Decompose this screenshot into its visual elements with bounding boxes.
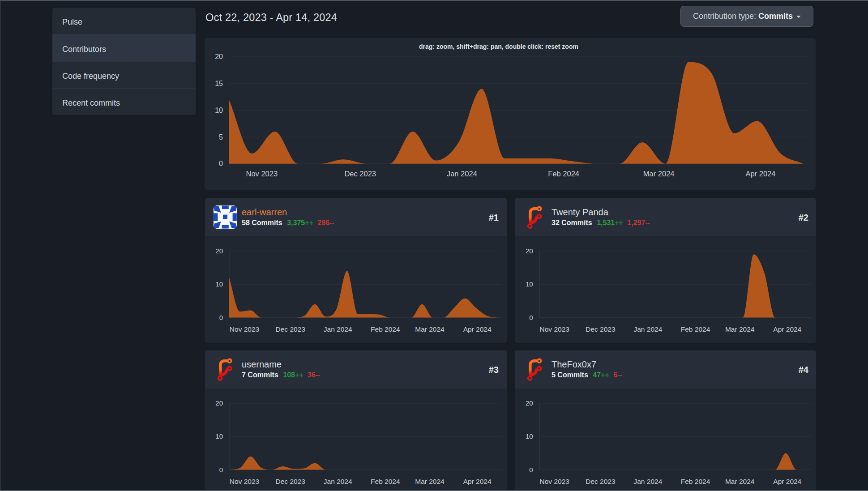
svg-text:Nov 2023: Nov 2023 bbox=[230, 325, 259, 333]
svg-text:Dec 2023: Dec 2023 bbox=[586, 325, 615, 333]
svg-text:10: 10 bbox=[526, 280, 533, 288]
svg-text:Apr 2024: Apr 2024 bbox=[463, 325, 492, 333]
svg-text:0: 0 bbox=[529, 466, 533, 474]
svg-text:0: 0 bbox=[219, 466, 223, 474]
svg-text:Mar 2024: Mar 2024 bbox=[643, 170, 675, 178]
svg-text:Nov 2023: Nov 2023 bbox=[246, 170, 278, 178]
svg-text:Feb 2024: Feb 2024 bbox=[371, 325, 400, 333]
svg-text:15: 15 bbox=[215, 80, 223, 87]
svg-text:0: 0 bbox=[219, 314, 223, 321]
svg-text:Feb 2024: Feb 2024 bbox=[371, 478, 400, 485]
svg-text:Apr 2024: Apr 2024 bbox=[773, 478, 801, 485]
svg-text:Apr 2024: Apr 2024 bbox=[746, 170, 776, 178]
svg-text:20: 20 bbox=[526, 399, 533, 407]
svg-text:Jan 2024: Jan 2024 bbox=[634, 478, 663, 485]
svg-text:Nov 2023: Nov 2023 bbox=[540, 478, 569, 485]
svg-text:Jan 2024: Jan 2024 bbox=[324, 325, 352, 333]
svg-text:Mar 2024: Mar 2024 bbox=[415, 478, 445, 485]
svg-text:Apr 2024: Apr 2024 bbox=[463, 478, 492, 485]
svg-text:20: 20 bbox=[215, 53, 223, 60]
svg-text:Mar 2024: Mar 2024 bbox=[415, 325, 445, 333]
svg-text:5: 5 bbox=[219, 133, 223, 141]
svg-text:Jan 2024: Jan 2024 bbox=[324, 478, 352, 485]
svg-text:Dec 2023: Dec 2023 bbox=[276, 478, 305, 485]
svg-text:10: 10 bbox=[215, 432, 223, 440]
svg-text:Dec 2023: Dec 2023 bbox=[586, 478, 615, 485]
svg-text:Nov 2023: Nov 2023 bbox=[540, 325, 569, 333]
svg-text:Dec 2023: Dec 2023 bbox=[276, 325, 305, 333]
svg-text:20: 20 bbox=[526, 247, 533, 255]
svg-text:Nov 2023: Nov 2023 bbox=[230, 478, 259, 485]
svg-text:Apr 2024: Apr 2024 bbox=[773, 325, 801, 333]
svg-text:Mar 2024: Mar 2024 bbox=[725, 478, 755, 485]
svg-text:20: 20 bbox=[215, 399, 223, 407]
svg-text:Dec 2023: Dec 2023 bbox=[344, 170, 376, 178]
svg-text:20: 20 bbox=[215, 247, 223, 255]
svg-text:10: 10 bbox=[215, 280, 223, 288]
svg-text:0: 0 bbox=[219, 160, 223, 167]
svg-text:Mar 2024: Mar 2024 bbox=[725, 325, 755, 333]
svg-text:10: 10 bbox=[215, 107, 223, 114]
svg-text:0: 0 bbox=[529, 314, 533, 321]
svg-text:Jan 2024: Jan 2024 bbox=[447, 170, 477, 178]
svg-text:10: 10 bbox=[526, 432, 533, 440]
svg-text:Jan 2024: Jan 2024 bbox=[634, 325, 663, 333]
svg-text:Feb 2024: Feb 2024 bbox=[681, 478, 710, 485]
svg-text:Feb 2024: Feb 2024 bbox=[681, 325, 710, 333]
svg-text:Feb 2024: Feb 2024 bbox=[548, 170, 579, 178]
